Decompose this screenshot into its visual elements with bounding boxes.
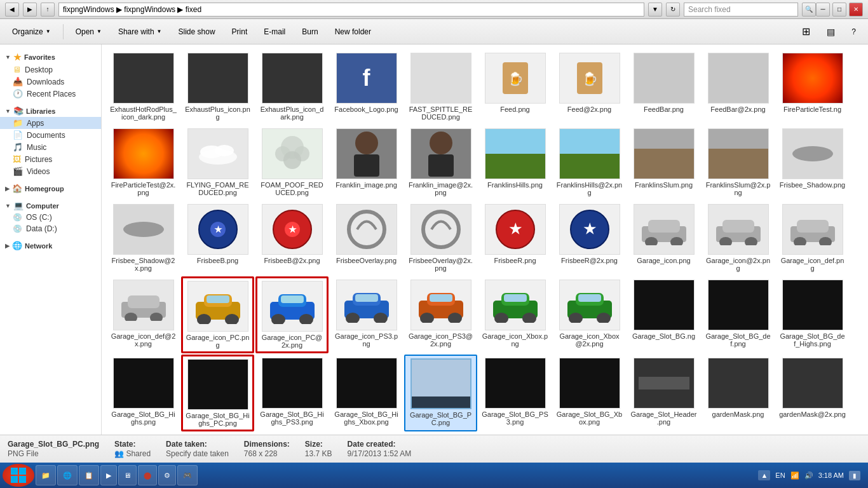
up-button[interactable]: ↑ <box>41 3 55 17</box>
file-item[interactable]: FOAM_POOF_REDUCED.png <box>255 125 329 200</box>
file-item[interactable]: Garage_icon.png <box>627 201 700 275</box>
file-item[interactable]: FeedBar.png <box>627 50 700 124</box>
email-button[interactable]: E-mail <box>257 23 292 41</box>
minimize-button[interactable]: ─ <box>816 3 830 17</box>
sidebar-item-music[interactable]: 🎵 Music <box>0 141 101 153</box>
file-item[interactable]: ExhaustHotRodPlus_icon_dark.png <box>107 50 180 124</box>
sidebar-item-downloads[interactable]: 📥 Downloads <box>0 76 101 88</box>
file-item[interactable]: FrisbeeOverlay@2x.png <box>404 201 477 275</box>
print-button[interactable]: Print <box>225 23 255 41</box>
forward-button[interactable]: ▶ <box>23 3 37 17</box>
taskbar-app2-button[interactable]: 📋 <box>79 465 99 485</box>
file-item[interactable]: Franklin_image.png <box>330 125 403 200</box>
file-item[interactable]: Garage_Slot_Header.png <box>627 355 700 431</box>
burn-button[interactable]: Burn <box>295 23 325 41</box>
file-item[interactable]: FeedBar@2x.png <box>702 50 775 124</box>
file-item[interactable]: FranklinsHills.png <box>478 125 552 200</box>
taskbar-app6-button[interactable]: ⚙ <box>158 465 176 485</box>
file-name: FranklinsSlum.png <box>635 181 693 189</box>
file-item[interactable]: Garage_icon_Xbox.png <box>478 276 552 353</box>
file-item-garage-slot-pc[interactable]: Garage_Slot_BG_PC.png <box>404 355 477 431</box>
search-icon-button[interactable]: 🔍 <box>802 3 816 17</box>
file-item-garage-slot-highs-pc[interactable]: Garage_Slot_BG_Highs_PC.png <box>181 355 254 431</box>
file-item[interactable]: Garage_Slot_BG_Xbox.png <box>553 355 626 431</box>
file-item[interactable]: ★ FrisbeeR.png <box>478 201 552 275</box>
sidebar-item-pictures[interactable]: 🖼 Pictures <box>0 153 101 165</box>
refresh-button[interactable]: ↻ <box>666 3 680 17</box>
file-item[interactable]: gardenMask.png <box>702 355 775 431</box>
sidebar-favorites-header[interactable]: ▼ ★ Favorites <box>0 51 101 64</box>
share-button[interactable]: Share with ▼ <box>111 23 169 41</box>
file-item[interactable]: FranklinsHills@2x.png <box>553 125 626 200</box>
close-button[interactable]: ✕ <box>849 3 863 17</box>
file-item[interactable]: ExhaustPlus_icon_dark.png <box>255 50 329 124</box>
file-item[interactable]: FLYING_FOAM_REDUCED.png <box>181 125 254 200</box>
taskbar-app4-button[interactable]: 🖥 <box>118 465 137 485</box>
open-button[interactable]: Open ▼ <box>69 23 109 41</box>
taskbar-explorer-button[interactable]: 📁 <box>36 465 56 485</box>
file-item-garage-icon-pc[interactable]: Garage_icon_PC.png <box>181 276 254 353</box>
newfolder-button[interactable]: New folder <box>328 23 378 41</box>
sidebar-computer-header[interactable]: ▼ 💻 Computer <box>0 200 101 212</box>
start-button[interactable] <box>3 464 34 487</box>
organize-button[interactable]: Organize ▼ <box>5 23 58 41</box>
file-item[interactable]: Franklin_image@2x.png <box>404 125 477 200</box>
file-item[interactable]: Garage_Slot_BG_Highs_PS3.png <box>255 355 329 431</box>
file-item[interactable]: Garage_icon_def@2x.png <box>107 276 180 353</box>
sidebar-item-desktop[interactable]: 🖥 Desktop <box>0 64 101 76</box>
help-button[interactable]: ? <box>844 23 863 41</box>
address-bar[interactable]: fixpngWindows ▶ fixpngWindows ▶ fixed <box>58 3 644 17</box>
maximize-button[interactable]: □ <box>832 3 846 17</box>
sidebar-homegroup-header[interactable]: ▶ 🏠 Homegroup <box>0 182 101 194</box>
file-item[interactable]: Garage_icon@2x.png <box>702 201 775 275</box>
file-item[interactable]: f Facebook_Logo.png <box>330 50 403 124</box>
sidebar-item-videos[interactable]: 🎬 Videos <box>0 165 101 177</box>
file-item[interactable]: FireParticleTest.ng <box>776 50 849 124</box>
show-desktop-button[interactable]: ▮ <box>849 471 860 480</box>
file-item[interactable]: Garage_Slot_BG_def_Highs.png <box>776 276 849 353</box>
sidebar-item-documents[interactable]: 📄 Documents <box>0 129 101 141</box>
file-item[interactable]: Garage_Slot_BG_Highs_Xbox.png <box>330 355 403 431</box>
sidebar-item-os[interactable]: 💿 OS (C:) <box>0 212 101 223</box>
sidebar-item-recent[interactable]: 🕐 Recent Places <box>0 88 101 100</box>
address-go-button[interactable]: ▼ <box>648 3 662 17</box>
file-item[interactable]: FranklinsSlum@2x.png <box>702 125 775 200</box>
file-item[interactable]: ExhaustPlus_icon.png <box>181 50 254 124</box>
file-item[interactable]: FAST_SPITTLE_REDUCED.png <box>404 50 477 124</box>
sidebar-item-apps[interactable]: 📁 Apps <box>0 117 101 129</box>
file-item[interactable]: 🍺 Feed.png <box>478 50 552 124</box>
file-item[interactable]: ★ FrisbeeR@2x.png <box>553 201 626 275</box>
file-item[interactable]: ★ FrisbeeB.png <box>181 201 254 275</box>
taskbar-app3-button[interactable]: ▶ <box>100 465 117 485</box>
file-item[interactable]: Frisbee_Shadow.png <box>776 125 849 200</box>
slideshow-button[interactable]: Slide show <box>172 23 222 41</box>
sidebar-network-header[interactable]: ▶ 🌐 Network <box>0 240 101 252</box>
file-item[interactable]: Garage_icon_Xbox@2x.png <box>553 276 626 353</box>
view-options-button[interactable]: ⊞ <box>795 23 817 41</box>
file-item[interactable]: Garage_Slot_BG_def.png <box>702 276 775 353</box>
file-item[interactable]: Garage_Slot_BG_Highs.png <box>107 355 180 431</box>
file-item[interactable]: Garage_Slot_BG_PS3.png <box>478 355 552 431</box>
file-item[interactable]: Garage_icon_PS3.png <box>330 276 403 353</box>
file-item-garage-icon-pc-2x[interactable]: Garage_icon_PC@2x.png <box>255 276 329 353</box>
sidebar-libraries-header[interactable]: ▼ 📚 Libraries <box>0 105 101 117</box>
taskbar-app5-button[interactable]: ⬤ <box>138 465 157 485</box>
file-item[interactable]: FireParticleTest@2x.png <box>107 125 180 200</box>
search-input[interactable]: Search fixed <box>684 3 798 17</box>
file-name: ExhaustPlus_icon_dark.png <box>259 105 325 121</box>
taskbar-ie-button[interactable]: 🌐 <box>57 465 78 485</box>
tray-expand-icon[interactable]: ▲ <box>758 470 770 480</box>
file-item[interactable]: FranklinsSlum.png <box>627 125 700 200</box>
file-item[interactable]: gardenMask@2x.png <box>776 355 849 431</box>
file-item[interactable]: Garage_Slot_BG.ng <box>627 276 700 353</box>
file-item[interactable]: Frisbee_Shadow@2x.png <box>107 201 180 275</box>
file-item[interactable]: Garage_icon_PS3@2x.png <box>404 276 477 353</box>
view-toggle-button[interactable]: ▤ <box>820 23 842 41</box>
file-item[interactable]: ★ FrisbeeB@2x.png <box>255 201 329 275</box>
back-button[interactable]: ◀ <box>5 3 19 17</box>
file-item[interactable]: Garage_icon_def.png <box>776 201 849 275</box>
file-item[interactable]: 🍺 Feed@2x.png <box>553 50 626 124</box>
file-item[interactable]: FrisbeeOverlay.png <box>330 201 403 275</box>
sidebar-item-data[interactable]: 💿 Data (D:) <box>0 223 101 234</box>
taskbar-app7-button[interactable]: 🎮 <box>177 465 198 485</box>
